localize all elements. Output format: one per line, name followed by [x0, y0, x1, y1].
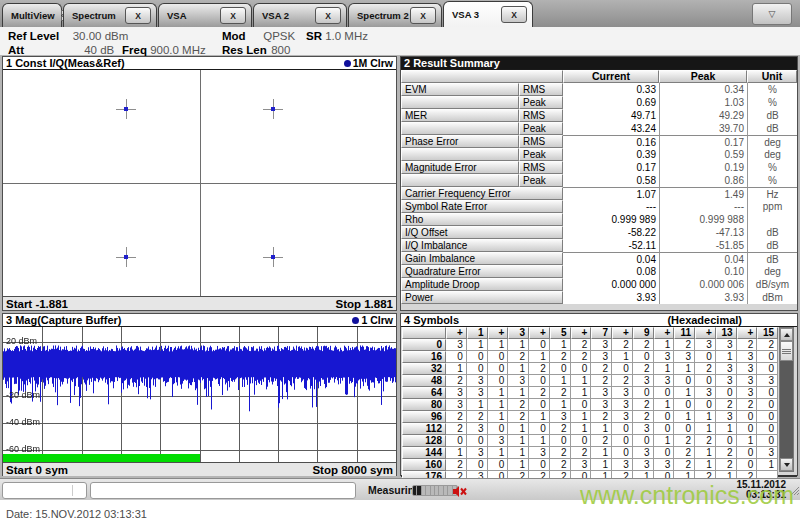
result-name: Power: [401, 291, 563, 304]
symbols-row-header: 32: [402, 363, 446, 375]
symbols-row-header: 160: [402, 459, 446, 471]
symbol-cell: 2: [446, 375, 467, 387]
tab-close-button[interactable]: X: [501, 6, 527, 23]
mag-plot-area[interactable]: 20 dBm-20 dBm-40 dBm-60 dBm: [3, 327, 396, 462]
scrollbar-track[interactable]: [780, 361, 793, 458]
symbol-cell: 0: [757, 351, 778, 363]
rs-header-empty: [401, 70, 563, 83]
tab-close-button[interactable]: X: [315, 7, 341, 24]
result-peak-value: 0.10: [659, 265, 747, 278]
symbols-row: 160002122310330130: [402, 351, 778, 363]
result-unit: dB: [747, 239, 797, 252]
tab-vsa-2[interactable]: VSA 2X: [253, 3, 347, 27]
symbol-cell: 3: [612, 411, 633, 423]
trace-legend-dot: [352, 317, 359, 324]
result-name: Phase Error: [401, 135, 519, 148]
tab-label: MultiView: [3, 10, 55, 21]
symbol-cell: 1: [654, 435, 675, 447]
symbol-cell: 0: [467, 363, 488, 375]
mag-window-titlebar[interactable]: 3 Mag(Capture Buffer) 1 Clrw: [3, 314, 396, 327]
result-subname: RMS: [519, 109, 563, 122]
result-name: [401, 174, 519, 187]
result-row: EVMRMS0.330.34%: [401, 83, 797, 96]
result-name: I/Q Imbalance: [401, 239, 563, 252]
result-summary-table: Current Peak Unit EVMRMS0.330.34%Peak0.6…: [401, 70, 797, 304]
symbol-cell: 0: [654, 411, 675, 423]
tab-spectrum[interactable]: SpectrumX: [63, 3, 157, 27]
symbols-row-header: 144: [402, 447, 446, 459]
symbol-cell: 2: [571, 351, 592, 363]
symbol-cell: 0: [529, 375, 550, 387]
rs-header-unit: Unit: [747, 70, 797, 83]
result-current-value: 0.58: [563, 174, 659, 187]
mag-ytick-label: -40 dBm: [6, 417, 40, 427]
trace-legend-label: 1M Clrw: [353, 57, 393, 69]
symbol-cell: 1: [654, 363, 675, 375]
result-row: Peak0.691.03%: [401, 96, 797, 109]
result-summary-titlebar[interactable]: 2 Result Summary: [401, 57, 797, 70]
tab-close-button[interactable]: X: [220, 7, 246, 24]
const-plot-area[interactable]: [3, 70, 396, 296]
freq-label: Freq: [122, 44, 147, 56]
symbol-cell: 0: [612, 363, 633, 375]
result-subname: Peak: [519, 96, 563, 109]
symbol-cell: 1: [446, 447, 467, 459]
symbols-scrollbar[interactable]: [779, 327, 794, 472]
mag-canvas[interactable]: [3, 327, 396, 462]
symbol-cell: 2: [716, 447, 737, 459]
symbol-cell: 3: [529, 447, 550, 459]
mod-value: QPSK: [263, 30, 295, 42]
symbol-cell: 0: [757, 399, 778, 411]
symbol-cell: 2: [467, 411, 488, 423]
symbol-cell: 1: [508, 447, 529, 459]
tab-spectrum-2[interactable]: Spectrum 2X: [348, 3, 442, 27]
symbol-cell: 0: [654, 447, 675, 459]
result-row: I/Q Imbalance-52.11-51.85dB: [401, 239, 797, 252]
result-row: Magnitude ErrorRMS0.170.19%: [401, 161, 797, 174]
result-unit: dB: [747, 109, 797, 122]
trace-legend-dot: [344, 60, 351, 67]
symbol-cell: 2: [737, 339, 758, 351]
tab-overflow-button[interactable]: ▽: [752, 3, 792, 25]
symbol-cell: 0: [529, 399, 550, 411]
symbol-cell: 3: [467, 387, 488, 399]
symbol-cell: 0: [446, 351, 467, 363]
symbols-header-row: +1+3+5+7+9+11+13+15: [402, 327, 778, 339]
scroll-down-button[interactable]: [780, 458, 793, 471]
scrollbar-thumb[interactable]: [780, 341, 793, 361]
arrow-down-icon: [784, 463, 790, 467]
symbol-cell: 3: [591, 351, 612, 363]
tab-vsa-3[interactable]: VSA 3X: [443, 1, 533, 27]
symbols-row: 962212131232011300: [402, 411, 778, 423]
symbol-cell: 3: [446, 399, 467, 411]
symbol-cell: 0: [612, 423, 633, 435]
symbol-cell: 0: [737, 423, 758, 435]
scroll-up-button[interactable]: [780, 328, 793, 341]
result-unit: %: [747, 161, 797, 174]
result-current-value: 0.04: [563, 252, 659, 265]
settings-header: Ref Level 30.00 dBm Att 40 dB Freq 900.0…: [0, 27, 800, 55]
result-peak-value: 3.93: [659, 291, 747, 304]
symbol-cell: 0: [757, 411, 778, 423]
freq-value: 900.0 MHz: [150, 44, 206, 56]
symbol-cell: 3: [508, 375, 529, 387]
symbol-cell: 1: [695, 423, 716, 435]
tab-vsa[interactable]: VSAX: [158, 3, 252, 27]
const-canvas[interactable]: [3, 70, 396, 296]
tab-close-button[interactable]: X: [410, 7, 436, 24]
symbol-cell: 0: [737, 459, 758, 471]
tab-multiview[interactable]: MultiView: [2, 3, 62, 27]
symbols-window-titlebar[interactable]: 4 Symbols (Hexadecimal): [401, 314, 797, 327]
symbol-cell: 1: [612, 351, 633, 363]
symbol-cell: 0: [571, 399, 592, 411]
ref-level-value: 30.00 dBm: [62, 30, 128, 42]
tab-close-button[interactable]: X: [125, 7, 151, 24]
result-subname: Peak: [519, 148, 563, 161]
symbols-col-header: 9: [633, 327, 654, 339]
const-window-titlebar[interactable]: 1 Const I/Q(Meas&Ref) 1M Clrw: [3, 57, 396, 70]
symbol-cell: 1: [737, 435, 758, 447]
symbol-cell: 0: [737, 411, 758, 423]
symbol-cell: 3: [633, 423, 654, 435]
symbol-cell: 2: [508, 351, 529, 363]
symbol-cell: 1: [571, 423, 592, 435]
